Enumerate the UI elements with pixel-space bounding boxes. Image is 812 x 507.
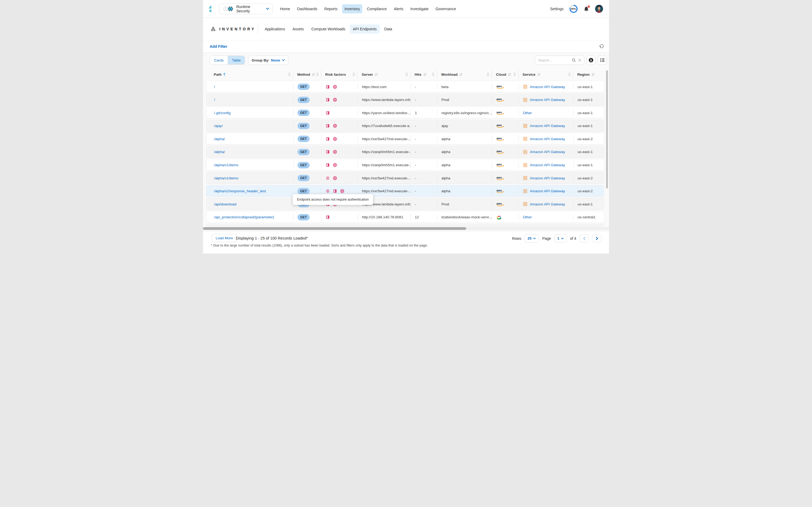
table-row[interactable]: /ajay/GEThttps://7uvafudwb5.execute-a...… [206,120,604,131]
globe-icon[interactable] [340,189,345,193]
table-row[interactable]: /GEThttps://test.com-betaawsAmazon API G… [206,80,604,92]
column-header-cloud[interactable]: Cloud [491,69,518,79]
column-header-risk-factors[interactable]: Risk factors [321,69,357,79]
prisma-logo[interactable] [208,5,215,13]
column-drag-handle-icon[interactable] [487,73,489,76]
globe-icon[interactable] [333,98,337,102]
column-drag-handle-icon[interactable] [353,73,355,76]
globe-icon[interactable] [333,150,337,154]
open-door-icon[interactable] [333,189,337,193]
table-row[interactable]: GEThttp://10.188.140.76:8081 [206,224,604,227]
column-header-service[interactable]: Service [518,69,573,79]
open-door-icon[interactable] [326,123,330,128]
open-door-icon[interactable] [326,215,330,219]
tab-assets[interactable]: Assets [289,24,307,34]
column-settings-button[interactable] [598,56,607,65]
service-link[interactable]: Amazon API Gateway [530,150,565,154]
table-row[interactable]: /alpha/GEThttps://xxr5w427md.execute-...… [206,133,604,145]
service-link[interactable]: Amazon API Gateway [530,202,565,206]
user-avatar[interactable] [595,5,603,13]
sort-icon[interactable] [591,73,595,76]
globe-icon[interactable] [333,176,337,180]
service-link[interactable]: Amazon API Gateway [530,124,565,128]
fingerprint-icon[interactable] [326,189,330,193]
column-drag-handle-icon[interactable] [569,73,570,76]
column-drag-handle-icon[interactable] [406,73,408,76]
nav-investigate[interactable]: Investigate [408,4,431,13]
column-header-method[interactable]: Method [293,69,321,79]
column-header-path[interactable]: Path [206,69,293,79]
add-filter-button[interactable]: Add Filter [210,44,227,49]
endpoint-path-link[interactable]: / [214,85,215,89]
vertical-scrollbar[interactable] [606,70,608,188]
nav-inventory[interactable]: Inventory [342,4,362,13]
endpoint-path-link[interactable]: /api_protection/collapsed/{parameter} [214,215,274,219]
open-door-icon[interactable] [326,150,330,154]
table-row[interactable]: /GEThttps://www.lambda-layers.info-Proda… [206,94,604,106]
table-row[interactable]: /alpha/v2/response_header_testGEThttps:/… [206,185,604,197]
endpoint-path-link[interactable]: /.git/config [214,111,231,115]
endpoint-path-link[interactable]: /alpha/ [214,137,225,141]
tab-api-endpoints[interactable]: API Endpoints [350,24,380,34]
open-door-icon[interactable] [326,137,330,141]
endpoint-path-link[interactable]: / [214,98,215,102]
clear-search-icon[interactable] [578,58,582,62]
globe-icon[interactable] [333,163,337,167]
module-selector[interactable]: Runtime Security [219,3,273,14]
service-link[interactable]: Amazon API Gateway [530,137,565,141]
settings-link[interactable]: Settings [550,7,564,11]
column-drag-handle-icon[interactable] [288,73,290,76]
previous-page-button[interactable] [579,234,589,242]
group-by-dropdown[interactable]: Group By: None [248,56,288,65]
table-row[interactable]: /.git/configGEThttps://yaron.os4test.twi… [206,107,604,118]
service-link[interactable]: Other [523,111,532,115]
sort-icon[interactable] [423,73,427,76]
load-more-button[interactable]: Load More [212,234,237,242]
search-icon[interactable] [572,58,576,62]
next-page-button[interactable] [592,234,601,242]
table-view-button[interactable]: Table [228,56,245,64]
endpoint-path-link[interactable]: /api/download [214,202,236,206]
globe-icon[interactable] [333,123,337,128]
reset-icon[interactable] [599,44,604,49]
tab-data[interactable]: Data [381,24,395,34]
globe-icon[interactable] [333,137,337,141]
service-link[interactable]: Amazon API Gateway [530,163,565,167]
sort-asc-icon[interactable] [223,72,226,76]
download-button[interactable] [586,56,595,65]
service-link[interactable]: Other [523,215,532,219]
endpoint-path-link[interactable]: /ajay/ [214,124,223,128]
column-header-region[interactable]: Region [573,69,604,79]
column-drag-handle-icon[interactable] [316,73,318,76]
column-header-workload[interactable]: Workload [437,69,491,79]
open-door-icon[interactable] [326,98,330,102]
table-row[interactable]: /api/downloadGEThttps://www.lambda-layer… [206,198,604,210]
cards-view-button[interactable]: Cards [210,56,228,64]
fingerprint-icon[interactable] [326,176,330,180]
tab-compute-workloads[interactable]: Compute Workloads [308,24,348,34]
nav-alerts[interactable]: Alerts [391,4,406,13]
table-row[interactable]: /api_protection/collapsed/{parameter}GET… [206,211,604,223]
search-input[interactable] [538,58,570,62]
column-header-hits[interactable]: Hits [410,69,437,79]
sort-icon[interactable] [508,73,511,76]
service-link[interactable]: Amazon API Gateway [530,98,565,102]
usage-ring[interactable]: 80% [570,5,578,13]
notifications-button[interactable] [583,6,589,12]
open-door-icon[interactable] [326,84,330,89]
endpoint-path-link[interactable]: /alpha/v2/response_header_test [214,189,266,193]
table-row[interactable]: /alpha/v1/itemsGEThttps://zanp0mh5m1.exe… [206,159,604,171]
table-row[interactable]: /alpha/v1/itemsGEThttps://xxr5w427md.exe… [206,172,604,184]
open-door-icon[interactable] [326,111,330,115]
nav-reports[interactable]: Reports [322,4,340,13]
nav-governance[interactable]: Governance [433,4,458,13]
open-door-icon[interactable] [326,163,330,167]
globe-icon[interactable] [333,84,337,89]
nav-compliance[interactable]: Compliance [364,4,389,13]
page-select[interactable]: 1 [554,234,567,242]
service-link[interactable]: Amazon API Gateway [530,85,565,89]
endpoint-path-link[interactable]: /alpha/v1/items [214,176,238,180]
endpoint-path-link[interactable]: /alpha/v1/items [214,163,238,167]
service-link[interactable]: Amazon API Gateway [530,189,565,193]
column-drag-handle-icon[interactable] [432,73,434,76]
